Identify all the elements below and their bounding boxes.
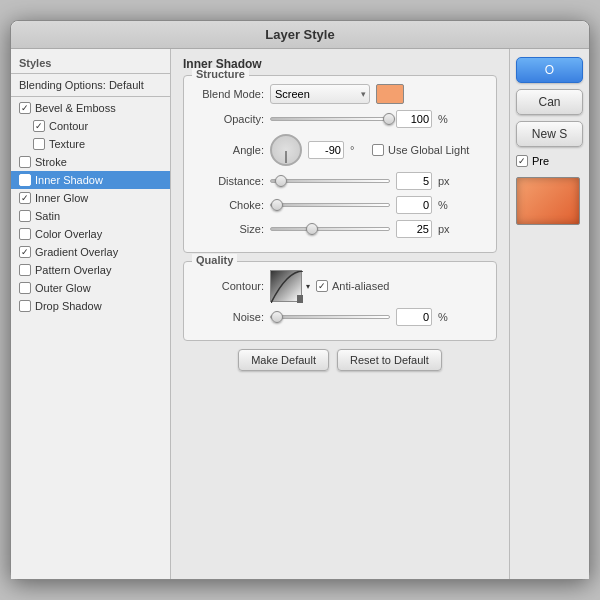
left-divider2 <box>11 96 170 97</box>
inner-glow-label: Inner Glow <box>35 192 88 204</box>
blend-mode-select[interactable]: Screen Normal Multiply Overlay <box>270 84 370 104</box>
sidebar-item-inner-glow[interactable]: Inner Glow <box>11 189 170 207</box>
anti-alias-checkbox[interactable] <box>316 280 328 292</box>
pattern-overlay-label: Pattern Overlay <box>35 264 111 276</box>
contour-row: Contour: ▾ Anti-aliased <box>194 270 486 302</box>
sidebar-item-bevel-emboss[interactable]: Bevel & Emboss <box>11 99 170 117</box>
blending-options-item[interactable]: Blending Options: Default <box>11 76 170 94</box>
choke-label: Choke: <box>194 199 264 211</box>
use-global-light-label: Use Global Light <box>388 144 469 156</box>
blending-options-label: Blending Options: Default <box>19 79 144 91</box>
distance-row: Distance: px <box>194 172 486 190</box>
size-input[interactable] <box>396 220 432 238</box>
distance-slider[interactable] <box>270 179 390 183</box>
sidebar-item-texture[interactable]: Texture <box>11 135 170 153</box>
angle-label: Angle: <box>194 144 264 156</box>
angle-row: Angle: ° Use Global Light <box>194 134 486 166</box>
angle-unit: ° <box>350 144 366 156</box>
inner-shadow-label: Inner Shadow <box>35 174 103 186</box>
opacity-slider[interactable] <box>270 117 390 121</box>
choke-slider[interactable] <box>270 203 390 207</box>
anti-alias-label: Anti-aliased <box>332 280 389 292</box>
dialog-title: Layer Style <box>11 21 589 49</box>
size-slider[interactable] <box>270 227 390 231</box>
texture-label: Texture <box>49 138 85 150</box>
angle-dial[interactable] <box>270 134 302 166</box>
opacity-row: Opacity: % <box>194 110 486 128</box>
color-overlay-label: Color Overlay <box>35 228 102 240</box>
inner-shadow-checkbox[interactable] <box>19 174 31 186</box>
reset-to-default-button[interactable]: Reset to Default <box>337 349 442 371</box>
outer-glow-checkbox[interactable] <box>19 282 31 294</box>
preview-swatch <box>516 177 580 225</box>
gradient-overlay-checkbox[interactable] <box>19 246 31 258</box>
noise-slider[interactable] <box>270 315 390 319</box>
sidebar-item-pattern-overlay[interactable]: Pattern Overlay <box>11 261 170 279</box>
dialog-body: Styles Blending Options: Default Bevel &… <box>11 49 589 579</box>
inner-glow-checkbox[interactable] <box>19 192 31 204</box>
blend-mode-color-swatch[interactable] <box>376 84 404 104</box>
stroke-label: Stroke <box>35 156 67 168</box>
sidebar-item-stroke[interactable]: Stroke <box>11 153 170 171</box>
noise-thumb[interactable] <box>271 311 283 323</box>
blend-mode-row: Blend Mode: Screen Normal Multiply Overl… <box>194 84 486 104</box>
sidebar-item-inner-shadow[interactable]: Inner Shadow <box>11 171 170 189</box>
distance-thumb[interactable] <box>275 175 287 187</box>
sidebar-item-color-overlay[interactable]: Color Overlay <box>11 225 170 243</box>
size-unit: px <box>438 223 454 235</box>
sidebar-item-contour[interactable]: Contour <box>11 117 170 135</box>
size-row: Size: px <box>194 220 486 238</box>
left-divider <box>11 73 170 74</box>
new-style-button[interactable]: New S <box>516 121 583 147</box>
use-global-light-checkbox[interactable] <box>372 144 384 156</box>
pattern-overlay-checkbox[interactable] <box>19 264 31 276</box>
drop-shadow-checkbox[interactable] <box>19 300 31 312</box>
contour-arrow: ▾ <box>306 282 310 291</box>
cancel-button[interactable]: Can <box>516 89 583 115</box>
size-label: Size: <box>194 223 264 235</box>
stroke-checkbox[interactable] <box>19 156 31 168</box>
noise-input[interactable] <box>396 308 432 326</box>
sidebar-item-outer-glow[interactable]: Outer Glow <box>11 279 170 297</box>
opacity-input[interactable] <box>396 110 432 128</box>
anti-alias-row: Anti-aliased <box>316 280 389 292</box>
preview-checkbox[interactable] <box>516 155 528 167</box>
opacity-thumb[interactable] <box>383 113 395 125</box>
angle-dial-line <box>286 151 287 163</box>
preview-label: Pre <box>532 155 549 167</box>
choke-row: Choke: % <box>194 196 486 214</box>
structure-group: Structure Blend Mode: Screen Normal Mult… <box>183 75 497 253</box>
sidebar-item-gradient-overlay[interactable]: Gradient Overlay <box>11 243 170 261</box>
opacity-unit: % <box>438 113 454 125</box>
blend-mode-select-wrapper[interactable]: Screen Normal Multiply Overlay <box>270 84 370 104</box>
choke-input[interactable] <box>396 196 432 214</box>
size-thumb[interactable] <box>306 223 318 235</box>
distance-label: Distance: <box>194 175 264 187</box>
blend-mode-label: Blend Mode: <box>194 88 264 100</box>
choke-unit: % <box>438 199 454 211</box>
right-panel: O Can New S Pre <box>509 49 589 579</box>
make-default-button[interactable]: Make Default <box>238 349 329 371</box>
satin-label: Satin <box>35 210 60 222</box>
contour-checkbox[interactable] <box>33 120 45 132</box>
styles-title: Styles <box>11 53 170 71</box>
distance-input[interactable] <box>396 172 432 190</box>
contour-preview[interactable] <box>270 270 302 302</box>
noise-row: Noise: % <box>194 308 486 326</box>
satin-checkbox[interactable] <box>19 210 31 222</box>
angle-input[interactable] <box>308 141 344 159</box>
contour-control: ▾ <box>270 270 310 302</box>
sidebar-item-drop-shadow[interactable]: Drop Shadow <box>11 297 170 315</box>
middle-panel: Inner Shadow Structure Blend Mode: Scree… <box>171 49 509 579</box>
outer-glow-label: Outer Glow <box>35 282 91 294</box>
layer-style-dialog: Layer Style Styles Blending Options: Def… <box>10 20 590 580</box>
color-overlay-checkbox[interactable] <box>19 228 31 240</box>
sidebar-item-satin[interactable]: Satin <box>11 207 170 225</box>
bevel-emboss-checkbox[interactable] <box>19 102 31 114</box>
choke-thumb[interactable] <box>271 199 283 211</box>
preview-row: Pre <box>516 155 583 167</box>
ok-button[interactable]: O <box>516 57 583 83</box>
bevel-emboss-label: Bevel & Emboss <box>35 102 116 114</box>
contour-label: Contour <box>49 120 88 132</box>
texture-checkbox[interactable] <box>33 138 45 150</box>
